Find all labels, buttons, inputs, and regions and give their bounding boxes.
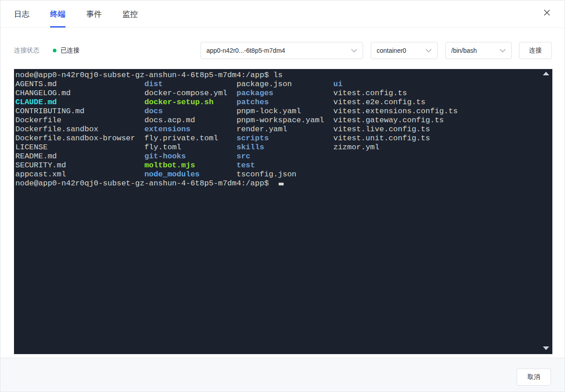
file-name: vitest.gateway.config.ts xyxy=(333,116,444,125)
terminal-line: LICENSE fly.toml skills zizmor.yml xyxy=(15,143,543,152)
terminal-line: README.md git-hooks src xyxy=(15,152,543,161)
terminal-text xyxy=(292,80,333,88)
terminal-text xyxy=(195,116,237,125)
connection-status-value: 已连接 xyxy=(61,46,79,55)
file-name: CONTRIBUTING.md xyxy=(15,107,84,115)
terminal-line: AGENTS.md dist package.json ui xyxy=(15,80,543,89)
terminal-text xyxy=(84,107,145,115)
file-name: tsconfig.json xyxy=(237,170,297,179)
terminal-text xyxy=(287,125,333,134)
terminal-text xyxy=(191,125,237,134)
file-name: patches xyxy=(237,98,269,106)
terminal-text xyxy=(200,170,237,179)
chevron-down-icon xyxy=(425,47,432,54)
file-name: appcast.xml xyxy=(15,170,66,179)
cancel-button[interactable]: 取消 xyxy=(517,369,551,386)
file-name: moltbot.mjs xyxy=(145,161,195,170)
file-name: vitest.extensions.config.ts xyxy=(333,107,458,115)
scroll-down-arrow-icon[interactable] xyxy=(543,346,549,350)
file-name: SECURITY.md xyxy=(15,161,66,170)
terminal-text xyxy=(163,107,236,115)
terminal-text xyxy=(186,152,237,161)
file-name: zizmor.yml xyxy=(333,143,379,152)
file-name: CHANGELOG.md xyxy=(15,89,70,97)
file-name: test xyxy=(237,161,255,170)
tab-logs[interactable]: 日志 xyxy=(14,0,29,28)
file-name: skills xyxy=(237,143,264,152)
file-name: README.md xyxy=(15,152,57,161)
file-name: package.json xyxy=(237,80,292,88)
connected-status-dot-icon xyxy=(53,49,56,52)
file-name: CLAUDE.md xyxy=(15,98,57,106)
terminal-line: CONTRIBUTING.md docs pnpm-lock.yaml vite… xyxy=(15,107,543,116)
tab-bar: 日志 终端 事件 监控 xyxy=(0,0,565,28)
file-name: docs xyxy=(145,107,163,115)
terminal-text xyxy=(214,98,237,106)
terminal-text xyxy=(227,89,236,97)
terminal-text xyxy=(98,125,145,134)
file-name: vitest.e2e.config.ts xyxy=(333,98,425,106)
terminal-line: node@app0-n42r0qj0-subset-gz-anshun-4-6t… xyxy=(15,71,543,80)
connection-status-label: 连接状态 xyxy=(14,46,39,55)
terminal-pane[interactable]: node@app0-n42r0qj0-subset-gz-anshun-4-6t… xyxy=(14,69,552,354)
close-button[interactable] xyxy=(541,8,553,19)
terminal-text xyxy=(181,143,236,152)
terminal-line: CHANGELOG.md docker-compose.yml packages… xyxy=(15,89,543,98)
container-select[interactable]: container0 xyxy=(371,42,438,59)
close-icon xyxy=(543,9,551,18)
terminal-text xyxy=(301,107,333,115)
terminal-line: node@app0-n42r0qj0-subset-gz-anshun-4-6t… xyxy=(15,179,543,188)
file-name: vitest.config.ts xyxy=(333,89,407,97)
chevron-down-icon xyxy=(500,47,506,54)
terminal-line: Dockerfile.sandbox-browser fly.private.t… xyxy=(15,134,543,143)
file-name: pnpm-lock.yaml xyxy=(237,107,301,115)
file-name: fly.toml xyxy=(145,143,182,152)
file-name: docker-compose.yml xyxy=(145,89,228,97)
tab-terminal[interactable]: 终端 xyxy=(50,0,65,28)
terminal-text xyxy=(47,143,144,152)
pod-select[interactable]: app0-n42r0...-6t8p5-m7dm4 xyxy=(201,42,363,59)
chevron-down-icon xyxy=(351,47,357,54)
tab-monitoring[interactable]: 监控 xyxy=(122,0,138,28)
terminal-cursor xyxy=(279,183,284,185)
file-name: scripts xyxy=(237,134,269,143)
file-name: git-hooks xyxy=(145,152,186,161)
file-name: Dockerfile.sandbox xyxy=(15,125,98,134)
terminal-text xyxy=(70,89,144,97)
terminal-line: Dockerfile.sandbox extensions render.yam… xyxy=(15,125,543,134)
tab-events[interactable]: 事件 xyxy=(86,0,102,28)
shell-prompt: node@app0-n42r0qj0-subset-gz-anshun-4-6t… xyxy=(15,71,283,79)
file-name: AGENTS.md xyxy=(15,80,57,88)
shell-prompt: node@app0-n42r0qj0-subset-gz-anshun-4-6t… xyxy=(15,179,278,188)
file-name: docs.acp.md xyxy=(145,116,195,125)
terminal-text xyxy=(195,161,237,170)
file-name: src xyxy=(237,152,251,161)
connection-status: 连接状态 已连接 xyxy=(14,42,79,59)
file-name: vitest.live.config.ts xyxy=(333,125,430,134)
file-name: vitest.unit.config.ts xyxy=(333,134,430,143)
scroll-up-arrow-icon[interactable] xyxy=(543,72,549,75)
terminal-text xyxy=(269,98,333,106)
terminal-text xyxy=(57,152,145,161)
terminal-line: CLAUDE.md docker-setup.sh patches vitest… xyxy=(15,98,543,107)
pod-select-value: app0-n42r0...-6t8p5-m7dm4 xyxy=(206,47,285,54)
terminal-text xyxy=(57,98,145,106)
file-name: extensions xyxy=(145,125,191,134)
file-name: docker-setup.sh xyxy=(145,98,214,106)
connect-button[interactable]: 连接 xyxy=(519,42,552,59)
shell-select[interactable]: /bin/bash xyxy=(445,42,512,59)
terminal-line: SECURITY.md moltbot.mjs test xyxy=(15,161,543,170)
terminal-text xyxy=(324,116,333,125)
terminal-text xyxy=(66,161,144,170)
terminal-text xyxy=(269,134,333,143)
terminal-output: node@app0-n42r0qj0-subset-gz-anshun-4-6t… xyxy=(15,71,543,188)
dialog-footer: 取消 xyxy=(0,358,565,392)
file-name: packages xyxy=(237,89,274,97)
file-name: render.yaml xyxy=(237,125,287,134)
terminal-line: appcast.xml node_modules tsconfig.json xyxy=(15,170,543,179)
terminal-text xyxy=(264,143,333,152)
file-name: fly.private.toml xyxy=(145,134,218,143)
terminal-text xyxy=(57,80,145,88)
terminal-text xyxy=(61,116,145,125)
file-name: Dockerfile xyxy=(15,116,61,125)
